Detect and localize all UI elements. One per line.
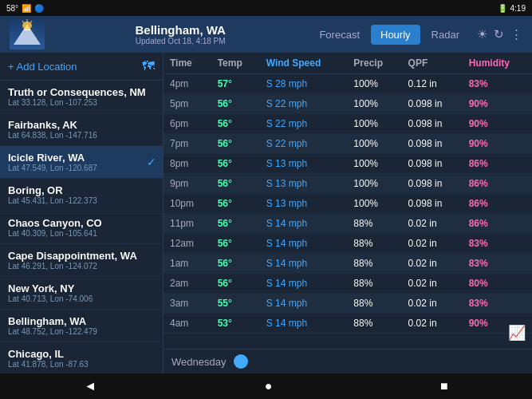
precip-cell: 100% — [347, 114, 401, 134]
temp-cell: 56° — [211, 194, 260, 214]
table-row: 4pm 57° S 28 mph 100% 0.12 in 83% — [164, 74, 532, 94]
header-nav: Forecast Hourly Radar — [309, 25, 469, 45]
updated-time: Updated Oct 18, 4:18 PM — [51, 37, 309, 45]
qpf-cell: 0.098 in — [402, 194, 463, 214]
time-cell: 2am — [164, 274, 211, 294]
radar-button[interactable]: Radar — [422, 25, 469, 45]
humidity-cell: 90% — [463, 94, 532, 114]
hourly-button[interactable]: Hourly — [371, 25, 420, 45]
temp-cell: 56° — [211, 214, 260, 234]
location-name: Chicago, IL — [8, 348, 155, 360]
precip-cell: 88% — [347, 254, 401, 274]
sidebar-item[interactable]: New York, NY Lat 40.713, Lon -74.006 — [0, 277, 163, 310]
precip-cell: 88% — [347, 274, 401, 294]
humidity-cell: 86% — [463, 154, 532, 174]
back-button[interactable]: ◄ — [68, 376, 112, 397]
qpf-cell: 0.02 in — [402, 254, 463, 274]
time-cell: 10pm — [164, 194, 211, 214]
qpf-cell: 0.02 in — [402, 294, 463, 314]
sidebar-item[interactable]: Cape Disappointment, WA Lat 46.291, Lon … — [0, 244, 163, 277]
wind-cell: S 28 mph — [260, 74, 348, 94]
wednesday-label: Wednesday — [171, 356, 226, 368]
bottom-nav: ◄ ● ■ — [0, 373, 532, 399]
precip-cell: 100% — [347, 194, 401, 214]
col-humidity: Humidity — [463, 53, 532, 74]
header: Bellingham, WA Updated Oct 18, 4:18 PM F… — [0, 16, 532, 53]
header-title: Bellingham, WA Updated Oct 18, 4:18 PM — [51, 23, 309, 45]
wind-cell: S 14 mph — [260, 214, 348, 234]
table-row: 7pm 56° S 22 mph 100% 0.098 in 90% — [164, 134, 532, 154]
header-icons: ☀ ↻ ⋮ — [477, 27, 522, 41]
app-logo — [10, 19, 45, 49]
location-name: New York, NY — [8, 282, 155, 294]
recent-button[interactable]: ■ — [424, 376, 464, 397]
content-area: Time Temp Wind Speed Precip QPF Humidity… — [164, 53, 532, 373]
temp-cell: 56° — [211, 274, 260, 294]
sidebar-item[interactable]: Truth or Consequences, NM Lat 33.128, Lo… — [0, 81, 163, 113]
wind-cell: S 22 mph — [260, 134, 348, 154]
temp-cell: 56° — [211, 114, 260, 134]
time-cell: 4am — [164, 314, 211, 334]
qpf-cell: 0.098 in — [402, 114, 463, 134]
sidebar-item[interactable]: Boring, OR Lat 45.431, Lon -122.373 — [0, 179, 163, 211]
sidebar-item[interactable]: Icicle River, WA Lat 47.549, Lon -120.68… — [0, 146, 163, 179]
table-row: 11pm 56° S 14 mph 88% 0.02 in 86% — [164, 214, 532, 234]
temp-cell: 53° — [211, 314, 260, 334]
col-temp: Temp — [211, 53, 260, 74]
location-name: Bellingham, WA — [8, 315, 155, 327]
col-precip: Precip — [347, 53, 401, 74]
table-row: 2am 56° S 14 mph 88% 0.02 in 80% — [164, 274, 532, 294]
humidity-cell: 83% — [463, 254, 532, 274]
refresh-icon[interactable]: ↻ — [494, 27, 504, 41]
time-cell: 4pm — [164, 74, 211, 94]
selected-checkmark: ✓ — [147, 156, 156, 168]
temp-cell: 56° — [211, 254, 260, 274]
humidity-cell: 83% — [463, 234, 532, 254]
humidity-cell: 90% — [463, 114, 532, 134]
temp-cell: 56° — [211, 134, 260, 154]
wind-cell: S 14 mph — [260, 294, 348, 314]
table-row: 4am 53° S 14 mph 88% 0.02 in 90% — [164, 314, 532, 334]
sidebar-item[interactable]: Chaos Canyon, CO Lat 40.309, Lon -105.64… — [0, 211, 163, 244]
sidebar-item[interactable]: Chicago, IL Lat 41.878, Lon -87.63 — [0, 342, 163, 373]
clock: 4:19 — [510, 4, 526, 13]
wednesday-row: Wednesday — [164, 349, 532, 373]
forecast-button[interactable]: Forecast — [309, 25, 369, 45]
col-time: Time — [164, 53, 211, 74]
wednesday-dot — [234, 354, 248, 369]
time-cell: 5pm — [164, 94, 211, 114]
col-wind: Wind Speed — [260, 53, 348, 74]
location-name: Boring, OR — [8, 184, 155, 196]
more-options-icon[interactable]: ⋮ — [510, 27, 522, 41]
map-icon[interactable]: 🗺 — [142, 59, 155, 73]
wifi-icon: 📶 — [22, 4, 31, 13]
hourly-table: Time Temp Wind Speed Precip QPF Humidity… — [164, 53, 532, 334]
table-row: 3am 55° S 14 mph 88% 0.02 in 83% — [164, 294, 532, 314]
humidity-cell: 86% — [463, 174, 532, 194]
table-row: 6pm 56° S 22 mph 100% 0.098 in 90% — [164, 114, 532, 134]
sidebar-item[interactable]: Fairbanks, AK Lat 64.838, Lon -147.716 — [0, 113, 163, 146]
wind-cell: S 22 mph — [260, 94, 348, 114]
location-coords: Lat 47.549, Lon -120.687 — [8, 164, 155, 172]
qpf-cell: 0.02 in — [402, 274, 463, 294]
weather-table: Time Temp Wind Speed Precip QPF Humidity… — [164, 53, 532, 349]
city-name: Bellingham, WA — [51, 23, 309, 37]
chart-icon[interactable]: 📈 — [508, 324, 526, 342]
battery-icon: 🔋 — [498, 4, 507, 13]
wind-cell: S 13 mph — [260, 154, 348, 174]
main-layout: + Add Location 🗺 Truth or Consequences, … — [0, 53, 532, 373]
location-name: Truth or Consequences, NM — [8, 86, 155, 98]
location-coords: Lat 41.878, Lon -87.63 — [8, 360, 155, 369]
add-location-bar[interactable]: + Add Location 🗺 — [0, 53, 163, 81]
sun-icon[interactable]: ☀ — [477, 27, 487, 41]
home-button[interactable]: ● — [249, 376, 289, 397]
qpf-cell: 0.12 in — [402, 74, 463, 94]
qpf-cell: 0.098 in — [402, 94, 463, 114]
temp-cell: 55° — [211, 294, 260, 314]
sidebar-item[interactable]: Bellingham, WA Lat 48.752, Lon -122.479 — [0, 310, 163, 342]
wind-cell: S 14 mph — [260, 234, 348, 254]
location-list: Truth or Consequences, NM Lat 33.128, Lo… — [0, 81, 163, 373]
time-cell: 11pm — [164, 214, 211, 234]
location-coords: Lat 40.309, Lon -105.641 — [8, 229, 155, 238]
table-row: 8pm 56° S 13 mph 100% 0.098 in 86% — [164, 154, 532, 174]
